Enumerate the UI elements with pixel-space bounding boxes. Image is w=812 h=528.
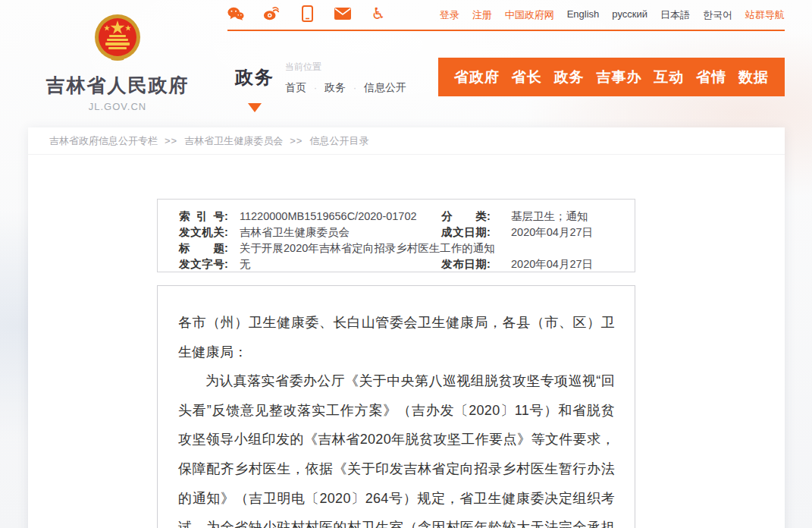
lang-japanese-link[interactable]: 日本語 xyxy=(660,8,690,22)
site-name: 吉林省人民政府 xyxy=(45,73,190,98)
title-value: 关于开展2020年吉林省定向招录乡村医生工作的通知 xyxy=(240,240,621,256)
title-label: 标题: xyxy=(179,240,240,256)
nav-item-governor[interactable]: 省长 xyxy=(512,68,542,87)
index-number-value: 11220000MB1519656C/2020-01702 xyxy=(240,209,441,225)
lang-english-link[interactable]: English xyxy=(567,8,600,22)
lang-russian-link[interactable]: русский xyxy=(612,8,647,22)
social-icons: ♿ xyxy=(227,5,387,22)
register-link[interactable]: 注册 xyxy=(472,8,492,22)
date-published-label: 发布日期: xyxy=(441,256,511,272)
document-text: 各市（州）卫生健康委、长白山管委会卫生健康局，各县（市、区）卫生健康局： 为认真… xyxy=(178,308,615,528)
breadcrumb-separator: · xyxy=(353,83,356,93)
national-emblem-logo xyxy=(94,14,141,67)
top-divider xyxy=(227,30,785,31)
nav-item-jishiban[interactable]: 吉事办 xyxy=(596,68,641,87)
disclosure-breadcrumb-agency[interactable]: 吉林省卫生健康委员会 xyxy=(184,134,283,148)
breadcrumb-info-disclosure[interactable]: 信息公开 xyxy=(364,81,406,95)
document-salutation: 各市（州）卫生健康委、长白山管委会卫生健康局，各县（市、区）卫生健康局： xyxy=(178,308,615,366)
mail-icon[interactable] xyxy=(334,5,351,22)
date-written-value: 2020年04月27日 xyxy=(511,225,621,240)
category-label: 分类: xyxy=(441,209,511,225)
doc-number-label: 发文字号: xyxy=(179,256,240,272)
current-location-label: 当前位置 xyxy=(285,61,406,74)
site-brand[interactable]: 吉林省人民政府 JL.GOV.CN xyxy=(45,14,190,112)
doc-number-value: 无 xyxy=(240,256,441,272)
breadcrumb: 首页 · 政务 · 信息公开 xyxy=(285,81,406,95)
document-paragraph: 为认真落实省委办公厅《关于中央第八巡视组脱贫攻坚专项巡视“回头看”反馈意见整改落… xyxy=(178,366,615,528)
breadcrumb-zhengwu[interactable]: 政务 xyxy=(324,81,346,95)
breadcrumb-home[interactable]: 首页 xyxy=(285,81,306,95)
disclosure-breadcrumb-separator: >> xyxy=(165,135,177,146)
wechat-icon[interactable] xyxy=(227,5,244,22)
chevron-down-icon[interactable] xyxy=(248,103,262,112)
disclosure-breadcrumb-directory[interactable]: 信息公开目录 xyxy=(309,134,368,148)
content-panel: 吉林省政府信息公开专栏 >> 吉林省卫生健康委员会 >> 信息公开目录 索引号:… xyxy=(28,127,785,528)
issuing-agency-label: 发文机关: xyxy=(179,225,240,240)
weibo-icon[interactable] xyxy=(263,5,280,22)
section-block: 政务 xyxy=(232,65,277,112)
accessibility-icon[interactable]: ♿ xyxy=(370,5,387,22)
top-links: 登录 注册 中国政府网 English русский 日本語 한국어 站群导航 xyxy=(440,8,785,22)
issuing-agency-value: 吉林省卫生健康委员会 xyxy=(240,225,441,240)
nav-item-data[interactable]: 数据 xyxy=(738,68,769,87)
section-title: 政务 xyxy=(232,65,277,90)
date-written-label: 成文日期: xyxy=(441,225,511,240)
lang-korean-link[interactable]: 한국어 xyxy=(703,8,732,22)
breadcrumb-separator: · xyxy=(314,83,317,93)
document-info-table: 索引号: 11220000MB1519656C/2020-01702 分类: 基… xyxy=(157,199,635,272)
nav-item-province-info[interactable]: 省情 xyxy=(696,68,726,87)
nav-item-zhengwu[interactable]: 政务 xyxy=(554,68,585,87)
site-domain: JL.GOV.CN xyxy=(45,101,190,112)
main-nav: 省政府 省长 政务 吉事办 互动 省情 数据 xyxy=(438,58,785,96)
disclosure-breadcrumb: 吉林省政府信息公开专栏 >> 吉林省卫生健康委员会 >> 信息公开目录 xyxy=(28,127,785,155)
index-number-label: 索引号: xyxy=(179,209,240,225)
nav-item-provincial-gov[interactable]: 省政府 xyxy=(454,68,500,87)
site-group-nav-link[interactable]: 站群导航 xyxy=(745,8,785,22)
login-link[interactable]: 登录 xyxy=(440,8,459,22)
gov-cn-link[interactable]: 中国政府网 xyxy=(505,8,554,22)
category-value: 基层卫生；通知 xyxy=(511,209,621,225)
document-body-box: 各市（州）卫生健康委、长白山管委会卫生健康局，各县（市、区）卫生健康局： 为认真… xyxy=(157,285,635,528)
current-location: 当前位置 首页 · 政务 · 信息公开 xyxy=(285,61,406,95)
mobile-icon[interactable] xyxy=(299,5,315,22)
disclosure-breadcrumb-separator: >> xyxy=(290,135,303,146)
nav-item-interaction[interactable]: 互动 xyxy=(654,68,684,87)
disclosure-breadcrumb-column[interactable]: 吉林省政府信息公开专栏 xyxy=(49,134,158,148)
date-published-value: 2020年04月27日 xyxy=(511,256,621,272)
